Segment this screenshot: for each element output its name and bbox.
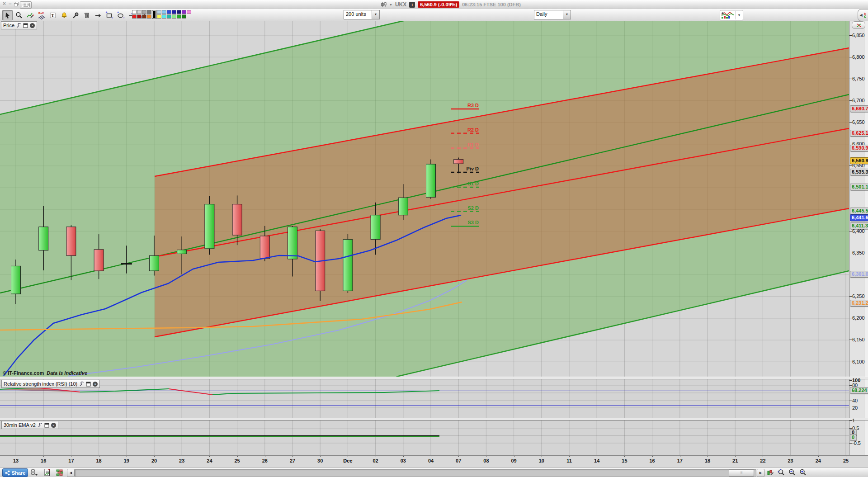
palette-swatch[interactable] — [142, 10, 146, 14]
wrench-icon[interactable] — [79, 382, 84, 387]
color-palette — [132, 10, 195, 19]
palette-swatch[interactable] — [167, 14, 171, 19]
palette-swatch[interactable] — [167, 10, 171, 14]
palette-swatch[interactable] — [182, 14, 186, 19]
date-label: 17 — [672, 458, 688, 463]
tools-tool-button[interactable] — [70, 10, 80, 20]
collapse-panel-button[interactable]: ◀ — [858, 9, 868, 21]
close-panel-icon[interactable]: × — [51, 423, 56, 428]
session-info: 06:23:15 FTSE 100 (DFB) — [462, 2, 521, 7]
candlestick-icon — [381, 1, 387, 8]
palette-swatch[interactable] — [132, 10, 137, 14]
date-label: 23 — [783, 458, 799, 463]
palette-swatch[interactable] — [177, 10, 181, 14]
wrench-icon[interactable] — [38, 423, 42, 428]
axis-collapse-button[interactable] — [852, 21, 865, 29]
candlestick — [371, 215, 380, 240]
panel-separator[interactable] — [0, 418, 868, 420]
chevron-down-icon[interactable]: ▼ — [736, 11, 742, 19]
ellipse-icon: ++ — [117, 11, 125, 19]
rectangle-tool-button[interactable]: ++ — [104, 10, 114, 20]
window-icon[interactable] — [23, 23, 28, 28]
units-select[interactable]: 200 units ▼ — [344, 10, 380, 19]
chevron-down-icon[interactable]: ▼ — [563, 10, 571, 19]
scrollbar-thumb[interactable]: ≡ — [729, 469, 754, 477]
palette-swatch[interactable] — [132, 14, 137, 19]
close-panel-icon[interactable]: × — [93, 382, 98, 387]
palette-swatch[interactable] — [137, 14, 142, 19]
timeframe-select[interactable]: Daily ▼ — [534, 10, 571, 19]
svg-text:+: + — [117, 11, 119, 14]
scroll-right-button[interactable]: ▶ — [757, 469, 764, 477]
info-icon[interactable]: i — [409, 2, 415, 8]
palette-swatch[interactable] — [187, 10, 191, 14]
palette-swatch[interactable] — [152, 10, 156, 19]
palette-swatch[interactable] — [147, 10, 151, 14]
alert-bell-tool-button[interactable] — [59, 10, 69, 20]
chart-settings-icon[interactable] — [766, 468, 775, 477]
delete-icon — [83, 11, 91, 19]
rectangle-icon: ++ — [105, 11, 113, 19]
axis-scrollbar[interactable] — [864, 20, 868, 455]
close-panel-icon[interactable]: × — [30, 23, 35, 28]
date-label: 24 — [810, 458, 826, 463]
palette-swatch[interactable] — [157, 14, 161, 19]
palette-swatch[interactable] — [147, 14, 151, 19]
palette-swatch[interactable] — [162, 10, 166, 14]
palette-swatch[interactable] — [137, 10, 142, 14]
minimize-window-icon[interactable]: – — [9, 0, 12, 7]
text-tool-icon: T — [49, 11, 57, 19]
date-axis[interactable]: 131617181920232425262730Dec0203040708091… — [0, 456, 868, 467]
palette-swatch[interactable] — [162, 14, 166, 19]
arrow-icon — [94, 11, 102, 19]
zoom-tool-button[interactable] — [14, 10, 24, 20]
horizontal-scrollbar[interactable]: ≡ — [75, 469, 756, 477]
svg-text:Raff: Raff — [38, 12, 44, 14]
arrow-tool-button[interactable] — [93, 10, 103, 20]
chevron-down-icon[interactable]: ▼ — [372, 10, 379, 19]
add-indicator-button[interactable]: ▼ — [720, 10, 743, 20]
date-tick — [514, 456, 514, 457]
close-window-icon[interactable]: × — [3, 0, 6, 7]
instrument-header: ▼ UKX i 6,560.9 (-0.09%) 06:23:15 FTSE 1… — [381, 0, 521, 9]
palette-swatch[interactable] — [172, 14, 176, 19]
window-icon[interactable] — [44, 423, 49, 428]
date-label: 07 — [450, 458, 467, 463]
chart-edit-tool-button[interactable] — [25, 10, 35, 20]
palette-swatch[interactable] — [182, 10, 186, 14]
scroll-left-button[interactable]: ◀ — [67, 469, 75, 477]
market-depth-icon[interactable] — [55, 468, 64, 477]
pointer-tool-button[interactable] — [2, 10, 13, 20]
panel-separator[interactable] — [0, 377, 868, 379]
palette-swatch[interactable] — [177, 14, 181, 19]
date-label: 14 — [589, 458, 605, 463]
restore-window-icon[interactable] — [14, 1, 19, 7]
palette-swatch[interactable] — [157, 10, 161, 14]
zoom-icon — [15, 11, 23, 19]
text-tool-tool-button[interactable]: T — [47, 10, 58, 20]
ellipse-tool-button[interactable]: ++ — [115, 10, 126, 20]
link-charts-icon[interactable] — [30, 468, 39, 477]
date-label: 22 — [755, 458, 771, 463]
wrench-icon[interactable] — [16, 23, 21, 28]
keyboard-icon[interactable] — [20, 1, 32, 9]
date-label: 13 — [8, 458, 24, 463]
zoom-fit-icon[interactable] — [777, 468, 786, 477]
price-axis[interactable] — [849, 20, 868, 455]
raff-channel-tool-button[interactable]: Raff — [36, 10, 47, 20]
instrument-symbol[interactable]: UKX — [395, 1, 406, 8]
date-label: 20 — [146, 458, 162, 463]
report-icon[interactable] — [42, 468, 52, 477]
chevron-down-icon[interactable]: ▼ — [389, 3, 392, 6]
window-icon[interactable] — [86, 382, 91, 387]
zoom-in-icon[interactable] — [798, 468, 807, 477]
rsi-line — [80, 392, 105, 392]
palette-swatch[interactable] — [172, 10, 176, 14]
date-label: 16 — [35, 458, 52, 463]
candlestick — [232, 204, 242, 235]
share-button[interactable]: Share — [2, 468, 28, 477]
delete-tool-button[interactable] — [81, 10, 92, 20]
zoom-out-icon[interactable] — [788, 468, 797, 477]
price-chart-canvas[interactable]: R3 DR2 DR1 DPiv DS1 DS2 DS3 D — [0, 0, 849, 455]
palette-swatch[interactable] — [142, 14, 146, 19]
